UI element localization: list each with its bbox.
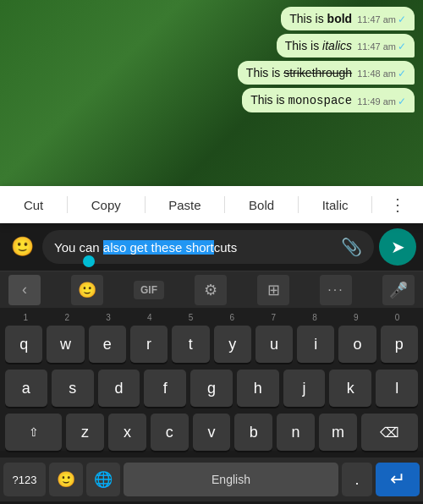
key-i[interactable]: i <box>297 326 334 363</box>
message-2: This is italics 11:47 am ✓ <box>277 34 415 58</box>
divider-5 <box>371 196 372 213</box>
key-r[interactable]: r <box>130 326 168 363</box>
back-button[interactable]: ‹ <box>8 275 41 305</box>
key-x[interactable]: x <box>108 414 146 451</box>
key-m[interactable]: m <box>319 414 357 451</box>
key-c[interactable]: c <box>151 414 189 451</box>
message-4: This is monospace 11:49 am ✓ <box>242 88 415 112</box>
divider-2 <box>145 196 146 213</box>
italic-button[interactable]: Italic <box>316 193 355 217</box>
translate-button[interactable]: ⊞ <box>257 275 289 305</box>
context-toolbar: Cut Copy Paste Bold Italic ⋮ <box>0 186 423 223</box>
key-q[interactable]: q <box>5 326 42 363</box>
divider-1 <box>67 196 68 213</box>
key-n[interactable]: n <box>277 414 315 451</box>
attachment-button[interactable]: 📎 <box>341 237 362 257</box>
paste-button[interactable]: Paste <box>162 193 207 217</box>
backspace-key[interactable]: ⌫ <box>361 414 418 451</box>
hint-0: 0 <box>379 313 416 322</box>
hint-9: 9 <box>338 313 375 322</box>
key-v[interactable]: v <box>193 414 231 451</box>
key-h[interactable]: h <box>237 370 279 407</box>
num-toggle-button[interactable]: ?123 <box>3 463 46 496</box>
hint-6: 6 <box>213 313 250 322</box>
input-area: 🙂 You can also get these shortcuts 📎 ➤ <box>0 223 423 271</box>
selected-text: also get these short <box>103 240 214 255</box>
emoji-key-button[interactable]: 🙂 <box>49 463 83 496</box>
key-w[interactable]: w <box>47 326 84 363</box>
key-o[interactable]: o <box>338 326 376 363</box>
number-hints-row: 1 2 3 4 5 6 7 8 9 0 <box>2 311 421 324</box>
keyboard-bottom-row: ?123 🙂 🌐 English . ↵ <box>0 457 423 501</box>
emoji-button[interactable]: 🙂 <box>7 232 37 262</box>
key-j[interactable]: j <box>283 370 326 407</box>
key-y[interactable]: y <box>214 326 251 363</box>
hint-3: 3 <box>90 313 127 322</box>
message-3: This is strikethrough 11:48 am ✓ <box>238 61 415 85</box>
text-cursor <box>83 255 95 267</box>
globe-key-button[interactable]: 🌐 <box>86 463 120 496</box>
key-t[interactable]: t <box>172 326 209 363</box>
hint-2: 2 <box>48 313 85 322</box>
key-p[interactable]: p <box>381 326 418 363</box>
more-keyboard-button[interactable]: ··· <box>320 275 352 305</box>
hint-1: 1 <box>7 313 44 322</box>
key-u[interactable]: u <box>255 326 293 363</box>
gif-button[interactable]: GIF <box>134 281 164 299</box>
enter-key-button[interactable]: ↵ <box>376 463 420 496</box>
divider-3 <box>224 196 225 213</box>
bold-button[interactable]: Bold <box>242 193 281 217</box>
keyboard-row-1: q w e r t y u i o p <box>2 326 421 363</box>
hint-5: 5 <box>173 313 210 322</box>
cut-button[interactable]: Cut <box>17 193 50 217</box>
keyboard-row-2: a s d f g h j k l <box>2 370 421 407</box>
period-key-button[interactable]: . <box>342 463 372 496</box>
message-input-box[interactable]: You can also get these shortcuts 📎 <box>42 230 374 264</box>
send-button[interactable]: ➤ <box>379 228 416 266</box>
key-e[interactable]: e <box>89 326 126 363</box>
key-k[interactable]: k <box>329 370 371 407</box>
hint-4: 4 <box>131 313 168 322</box>
message-1: This is bold 11:47 am ✓ <box>281 7 415 30</box>
messages-container: This is bold 11:47 am ✓ This is italics … <box>0 0 423 119</box>
divider-4 <box>298 196 299 213</box>
key-b[interactable]: b <box>234 414 272 451</box>
hint-8: 8 <box>296 313 333 322</box>
key-a[interactable]: a <box>5 370 47 407</box>
copy-button[interactable]: Copy <box>85 193 128 217</box>
keyboard-extras-row: ‹ 🙂 GIF ⚙ ⊞ ··· 🎤 <box>0 271 423 308</box>
key-g[interactable]: g <box>190 370 233 407</box>
key-f[interactable]: f <box>144 370 186 407</box>
mic-button[interactable]: 🎤 <box>382 275 415 305</box>
spacebar-button[interactable]: English <box>124 463 338 496</box>
more-options-button[interactable]: ⋮ <box>389 194 406 215</box>
keyboard: 1 2 3 4 5 6 7 8 9 0 q w e r t y u i o p … <box>0 308 423 451</box>
shift-key[interactable]: ⇧ <box>5 414 62 451</box>
settings-button[interactable]: ⚙ <box>195 275 227 305</box>
key-s[interactable]: s <box>52 370 94 407</box>
keyboard-row-3: ⇧ z x c v b n m ⌫ <box>2 414 421 451</box>
key-l[interactable]: l <box>376 370 418 407</box>
key-z[interactable]: z <box>66 414 104 451</box>
hint-7: 7 <box>255 313 292 322</box>
chat-area: This is bold 11:47 am ✓ This is italics … <box>0 0 423 186</box>
key-d[interactable]: d <box>98 370 140 407</box>
message-input-text: You can also get these shortcuts <box>54 238 338 256</box>
sticker-button[interactable]: 🙂 <box>71 275 103 305</box>
